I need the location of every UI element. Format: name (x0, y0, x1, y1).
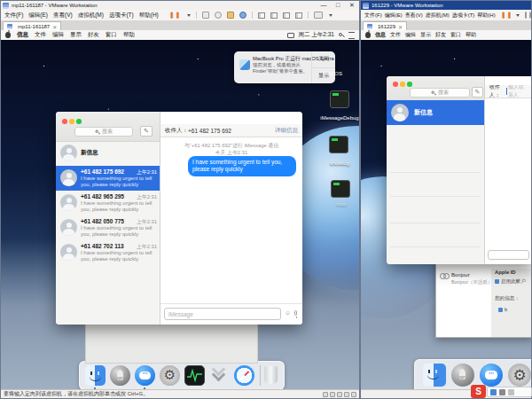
close-button[interactable]: ✕ (345, 1, 359, 10)
system-preferences-dock-icon[interactable]: ⚙ (160, 365, 180, 386)
launchpad-dock-icon[interactable] (110, 365, 130, 386)
installer-dock-icon[interactable] (209, 365, 230, 386)
activity-monitor-dock-icon[interactable] (184, 365, 205, 386)
search-input[interactable]: 搜索 (410, 88, 470, 98)
mac-menu-view[interactable]: 显示 (70, 31, 82, 39)
messages-dock-icon[interactable]: ⋯ (135, 365, 155, 386)
menu-vm[interactable]: 虚拟机(M) (426, 12, 450, 20)
console-view-icon[interactable] (283, 12, 290, 19)
conversation-row-selected[interactable]: 新信息 (387, 100, 484, 125)
menu-edit[interactable]: 编辑(E) (28, 12, 48, 20)
finder-dock-icon[interactable] (85, 365, 106, 386)
send-cad-icon[interactable] (525, 12, 527, 19)
menu-edit[interactable]: 编辑(E) (385, 12, 403, 20)
showlog-icon[interactable] (329, 136, 348, 153)
apple-menu-icon[interactable] (365, 32, 371, 38)
status-hdd-icon[interactable] (323, 392, 328, 397)
pause-dropdown-icon[interactable] (516, 14, 520, 17)
titlebar-left[interactable]: mp11-161187 - VMware Workstation — □ ✕ (1, 1, 359, 10)
menu-view[interactable]: 查看(V) (405, 12, 423, 20)
messages-window-right[interactable]: 搜索 ✎ 新信息 收件人： 输入联系人 (387, 76, 531, 264)
launchpad-dock-icon[interactable] (451, 364, 474, 387)
conversation-row[interactable]: +61 482 965 295 上午2:31 I have something … (56, 191, 160, 215)
reachable-option-checkbox[interactable]: b (498, 307, 507, 312)
status-network-icon[interactable] (337, 392, 342, 397)
mac-menu-window[interactable]: 窗口 (106, 31, 117, 39)
menu-tab[interactable]: 选项卡(T) (452, 12, 475, 20)
tab-close-icon[interactable]: ✕ (398, 24, 403, 30)
mac-menu-help[interactable]: 帮助 (466, 31, 476, 39)
mac-menu-view[interactable]: 显示 (420, 31, 431, 39)
conversation-row[interactable]: 新信息 (56, 141, 160, 166)
mac-menu-file[interactable]: 文件 (35, 31, 46, 39)
display-menu-icon[interactable] (287, 33, 294, 38)
minimize-traffic-light[interactable] (69, 119, 74, 124)
mac-menu-buddies[interactable]: 好友 (88, 31, 99, 39)
status-usb-icon[interactable] (351, 392, 356, 397)
message-input[interactable]: iMessage (164, 308, 281, 320)
mac-menu-messages[interactable]: 信息 (17, 31, 28, 39)
mac-menu-buddies[interactable]: 好友 (435, 31, 446, 39)
manage-snapshot-icon[interactable] (239, 12, 246, 19)
safari-dock-icon[interactable] (234, 365, 254, 386)
messages-window-left[interactable]: 搜索 ✎ 新信息 +61 482 175 692 上午2:31 I have s… (56, 112, 302, 325)
menubar-clock[interactable]: 周二 上午2:31 (299, 31, 334, 39)
finder-dock-icon[interactable] (423, 364, 446, 387)
close-traffic-light[interactable] (393, 82, 398, 87)
recipient-row[interactable]: 收件人： +61 482 175 692 详细信息 (160, 124, 302, 137)
recipient-row[interactable]: 收件人： 输入联系人 (485, 85, 531, 98)
trash-dock-icon[interactable] (264, 366, 278, 384)
sogou-mode-icon[interactable] (499, 389, 505, 395)
details-link[interactable]: 详细信息 (275, 127, 298, 135)
imessagedebug-icon[interactable] (330, 90, 349, 108)
mac-menu-messages[interactable]: 信息 (375, 31, 386, 39)
background-window[interactable] (85, 324, 258, 364)
enable-account-checkbox[interactable]: 启用此帐户 (495, 278, 526, 286)
send-cad-icon[interactable] (202, 12, 209, 19)
titlebar-right[interactable]: 161229 - VMware Workstation (361, 1, 531, 10)
messages-dock-icon[interactable]: ⋯ (480, 364, 503, 387)
stop-label[interactable]: stop (315, 201, 359, 207)
mac-menu-edit[interactable]: 编辑 (405, 31, 416, 39)
snapshot-clock-icon[interactable] (215, 12, 222, 19)
menu-file[interactable]: 文件(F) (364, 12, 382, 20)
microphone-icon[interactable] (294, 310, 297, 316)
minimize-button[interactable]: — (317, 1, 331, 10)
stop-icon[interactable] (331, 180, 350, 198)
notification-show-button[interactable]: 显示 (312, 68, 335, 84)
show-thumbnail-icon[interactable] (270, 12, 278, 19)
tab-close-icon[interactable]: ✕ (52, 24, 57, 30)
emoji-icon[interactable]: ☺ (285, 309, 291, 316)
vm-screen-left[interactable]: 信息 文件 编辑 显示 好友 窗口 帮助 周二 上午2:31 MacBook P… (1, 30, 359, 389)
take-snapshot-icon[interactable] (227, 12, 234, 19)
sogou-keyboard-icon[interactable] (490, 389, 497, 395)
unity-view-icon[interactable] (295, 12, 302, 19)
conversation-row-selected[interactable]: +61 482 175 692 上午2:31 I have something … (56, 166, 160, 191)
imessagedebug-label[interactable]: iMessageDebug (313, 115, 359, 121)
compose-button[interactable]: ✎ (472, 87, 483, 98)
zoom-traffic-light[interactable] (76, 119, 82, 124)
snapshot-clock-icon[interactable] (529, 12, 531, 19)
spotlight-icon[interactable] (339, 33, 344, 38)
mac-menu-file[interactable]: 文件 (390, 31, 401, 39)
notification-banner[interactable]: MacBook Pro 正运行 macOS Sierra 现在浏览，或者稍后从 … (234, 51, 335, 83)
apple-menu-icon[interactable] (5, 32, 11, 38)
menu-help[interactable]: 帮助(H) (477, 12, 495, 20)
status-sound-icon[interactable] (344, 392, 349, 397)
sogou-logo[interactable]: S (471, 385, 486, 398)
menu-view[interactable]: 查看(V) (53, 12, 73, 20)
pause-icon[interactable]: ❚❚ (501, 12, 513, 19)
sogou-toolbar[interactable] (487, 387, 532, 397)
menu-tab[interactable]: 选项卡(T) (109, 12, 134, 20)
conversation-row[interactable]: +61 482 702 113 上午2:31 I have something … (56, 240, 160, 265)
message-input[interactable] (488, 250, 529, 260)
status-cdrom-icon[interactable] (330, 392, 335, 397)
fullscreen-dropdown-icon[interactable] (329, 14, 332, 17)
system-preferences-dock-icon[interactable]: ⚙ (508, 364, 531, 387)
pause-dropdown-icon[interactable] (187, 14, 191, 17)
sogou-settings-icon[interactable] (508, 389, 514, 395)
mac-menu-help[interactable]: 帮助 (123, 31, 135, 39)
notification-close-button[interactable]: 关闭 (312, 51, 335, 68)
menu-file[interactable]: 文件(F) (4, 12, 23, 20)
minimize-traffic-light[interactable] (400, 82, 405, 87)
